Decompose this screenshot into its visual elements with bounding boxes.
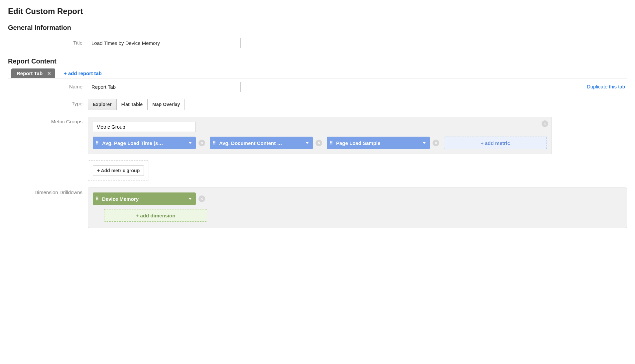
title-input[interactable] [88,38,241,48]
remove-metric-icon[interactable]: ✕ [433,140,439,146]
drag-handle-icon[interactable]: ⠿ [95,198,99,200]
section-heading-content: Report Content [8,58,627,66]
dimension-pill-label: Device Memory [102,196,185,202]
dimension-box: ⠿ Device Memory ✕ + add dimension [88,187,627,228]
chevron-down-icon [189,198,192,200]
name-input[interactable] [88,82,241,92]
type-option-map-overlay[interactable]: Map Overlay [148,99,185,110]
metric-group-box: ✕ ⠿ Avg. Page Load Time (s… ✕ ⠿ Avg. [88,117,552,154]
metric-group-name-input[interactable] [93,122,196,132]
metric-pill[interactable]: ⠿ Avg. Document Content … [210,137,313,149]
drag-handle-icon[interactable]: ⠿ [212,142,216,144]
type-label: Type [8,99,88,106]
metric-pill[interactable]: ⠿ Page Load Sample [327,137,430,149]
type-option-explorer[interactable]: Explorer [88,99,117,110]
title-label: Title [8,38,88,46]
add-metric-group-button[interactable]: + Add metric group [93,165,144,176]
chevron-down-icon [423,142,426,144]
dimension-drilldowns-label: Dimension Drilldowns [8,187,88,195]
metric-pill-label: Page Load Sample [336,140,419,146]
remove-metric-icon[interactable]: ✕ [316,140,322,146]
metric-groups-label: Metric Groups [8,117,88,124]
report-tab-chip[interactable]: Report Tab ✕ [11,68,55,78]
chevron-down-icon [189,142,192,144]
report-tab-label: Report Tab [17,70,43,76]
duplicate-tab-link[interactable]: Duplicate this tab [587,82,627,89]
page-title: Edit Custom Report [8,7,627,16]
metric-pill-label: Avg. Document Content … [219,140,302,146]
name-label: Name [8,82,88,89]
chevron-down-icon [306,142,309,144]
drag-handle-icon[interactable]: ⠿ [329,142,333,144]
type-option-flat-table[interactable]: Flat Table [117,99,148,110]
metric-pill[interactable]: ⠿ Avg. Page Load Time (s… [93,137,196,149]
metric-pill-label: Avg. Page Load Time (s… [102,140,185,146]
add-dimension-button[interactable]: + add dimension [104,209,207,222]
add-metric-button[interactable]: + add metric [444,137,547,149]
drag-handle-icon[interactable]: ⠿ [95,142,99,144]
remove-dimension-icon[interactable]: ✕ [198,195,205,202]
add-report-tab-link[interactable]: + add report tab [64,70,102,76]
add-metric-group-box: + Add metric group [88,160,149,181]
section-heading-general: General Information [8,24,627,33]
close-icon[interactable]: ✕ [47,71,51,76]
remove-metric-group-icon[interactable]: ✕ [542,120,548,127]
dimension-pill[interactable]: ⠿ Device Memory [93,192,196,205]
type-button-group: Explorer Flat Table Map Overlay [88,99,185,110]
remove-metric-icon[interactable]: ✕ [198,140,205,146]
